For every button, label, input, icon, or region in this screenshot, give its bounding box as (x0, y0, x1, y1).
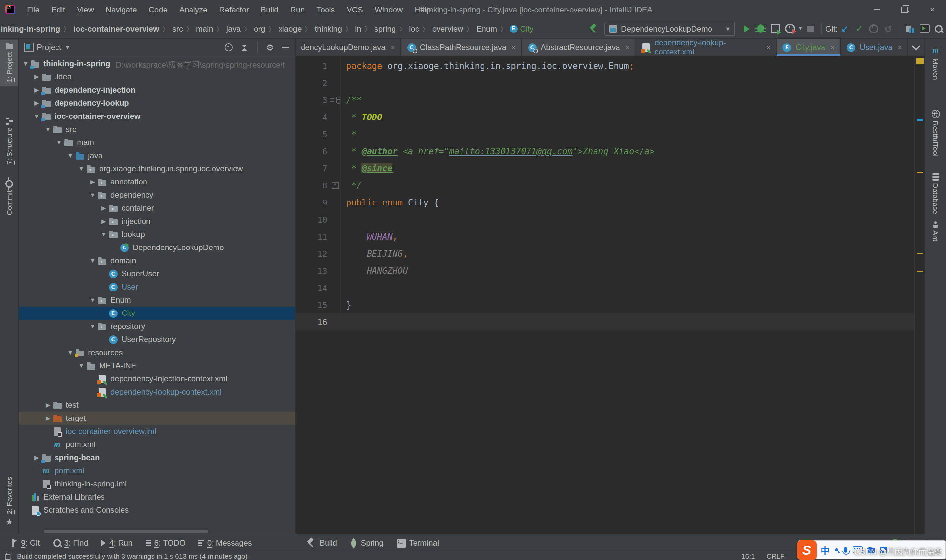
locate-file-icon[interactable] (222, 41, 235, 54)
coverage-button[interactable] (768, 22, 783, 35)
ime-language-mode[interactable]: 中 (821, 543, 830, 556)
tree-row[interactable]: mpom.xml (19, 464, 295, 477)
run-button[interactable] (740, 22, 754, 35)
keyboard-icon[interactable] (853, 546, 863, 554)
git-update-button[interactable]: ↙ (838, 22, 852, 35)
tree-expand-arrow[interactable]: ▶ (33, 100, 41, 106)
sidebar-tab-database[interactable]: Database (925, 173, 946, 214)
build-hammer-icon[interactable] (586, 22, 601, 35)
menu-view[interactable]: View (72, 3, 99, 16)
tree-row[interactable]: ▶spring-bean (19, 451, 295, 464)
sidebar-tab-favorites[interactable]: 2: Favorites ★ (0, 476, 18, 526)
sidebar-tab-ant[interactable]: Ant (925, 221, 946, 241)
editor-tab[interactable]: ECity.java× (777, 39, 841, 56)
tree-expand-arrow[interactable]: ▶ (100, 218, 108, 225)
tool-button-messages[interactable]: 0: Messages (193, 534, 258, 551)
tree-expand-arrow[interactable]: ▶ (33, 454, 41, 461)
sidebar-tab-structure[interactable]: 7: Structure (0, 117, 18, 165)
tree-row[interactable]: ▼META-INF (19, 359, 295, 372)
breadcrumb-item[interactable]: spring (374, 24, 396, 33)
breadcrumb-item[interactable]: inking-in-spring (0, 24, 61, 33)
tree-row[interactable]: dependency-injection-context.xml (19, 372, 295, 385)
line-separator[interactable]: CRLF (767, 552, 785, 560)
tree-row[interactable]: ▼src (19, 123, 295, 136)
tree-row[interactable]: CUser (19, 280, 295, 294)
tree-row[interactable]: ▼lookup (19, 228, 295, 241)
tree-row[interactable]: ▶injection (19, 215, 295, 228)
hide-panel-icon[interactable] (279, 41, 292, 54)
stripe-warning-mark[interactable] (917, 253, 923, 254)
tree-row[interactable]: ▼dependency (19, 188, 295, 202)
tree-row[interactable]: ▼repository (19, 320, 295, 333)
close-icon[interactable]: × (766, 43, 770, 51)
restore-button[interactable] (891, 0, 918, 19)
debug-button[interactable] (754, 22, 768, 35)
tree-row[interactable]: ECity (19, 306, 295, 320)
tree-row[interactable]: ▼resources (19, 346, 295, 359)
tree-row[interactable]: ▶.idea (19, 70, 295, 83)
error-stripe-scrollbar[interactable] (914, 57, 924, 534)
tool-button-build[interactable]: Build (300, 534, 343, 551)
tree-row[interactable]: ▼thinking-in-springD:\worksprace\极客学习\sp… (19, 57, 295, 70)
editor-tab[interactable]: CClassPathResource.java× (401, 39, 522, 56)
editor-tab[interactable]: dencyLookupDemo.java× (296, 39, 401, 56)
close-icon[interactable]: × (898, 43, 902, 51)
tree-row[interactable]: ▼ioc-container-overview (19, 110, 295, 123)
tree-collapse-arrow[interactable]: ▼ (44, 126, 52, 132)
search-everywhere-icon[interactable] (932, 22, 946, 35)
tree-row[interactable]: ▼Enum (19, 294, 295, 306)
menu-run[interactable]: Run (285, 3, 310, 16)
horizontal-scrollbar[interactable] (44, 530, 208, 533)
menu-tools[interactable]: Tools (311, 3, 340, 16)
tree-row[interactable]: dependency-lookup-context.xml (19, 385, 295, 398)
breadcrumb-item[interactable]: xiaoge (278, 24, 302, 33)
caret-position[interactable]: 16:1 (741, 552, 755, 560)
run-anything-icon[interactable] (917, 22, 932, 35)
tree-row[interactable]: ▶test (19, 398, 295, 412)
tree-collapse-arrow[interactable]: ▼ (89, 257, 97, 264)
collapse-all-icon[interactable] (238, 41, 251, 54)
close-icon[interactable]: × (512, 43, 516, 51)
editor-tab[interactable]: CUser.java× (841, 39, 908, 56)
tree-expand-arrow[interactable]: ▶ (33, 74, 41, 80)
tree-collapse-arrow[interactable]: ▼ (89, 297, 97, 303)
breadcrumb-item[interactable]: overview (431, 24, 464, 33)
editor-tab[interactable]: CAbstractResource.java× (522, 39, 635, 56)
tree-row[interactable]: thinking-in-spring.iml (19, 477, 295, 491)
breadcrumb-item[interactable]: org (253, 24, 266, 33)
tree-row[interactable]: ▼domain (19, 254, 295, 267)
tree-row[interactable]: CDependencyLookupDemo (19, 241, 295, 254)
breadcrumb-class-item[interactable]: ECity (510, 24, 533, 33)
tree-row[interactable]: ▶target (19, 412, 295, 425)
tree-collapse-arrow[interactable]: ▼ (66, 152, 74, 159)
tree-row[interactable]: ▶container (19, 202, 295, 215)
tree-collapse-arrow[interactable]: ▼ (77, 165, 85, 172)
menu-vcs[interactable]: VCS (342, 3, 368, 16)
hidden-tabs-dropdown[interactable] (908, 39, 924, 56)
tool-button-terminal[interactable]: Terminal (391, 534, 445, 551)
tree-collapse-arrow[interactable]: ▼ (100, 231, 108, 238)
breadcrumb-item[interactable]: main (196, 24, 214, 33)
menu-code[interactable]: Code (143, 3, 173, 16)
menu-window[interactable]: Window (370, 3, 408, 16)
sidebar-tab-commit[interactable]: Commit (0, 180, 18, 215)
tree-row[interactable]: ▶annotation (19, 175, 295, 188)
close-icon[interactable]: × (830, 43, 835, 51)
toolbox-icon[interactable] (880, 546, 887, 553)
profiler-button[interactable] (783, 22, 797, 35)
tree-collapse-arrow[interactable]: ▼ (66, 349, 74, 356)
breadcrumb-item[interactable]: java (226, 24, 242, 33)
tree-row[interactable]: ioc-container-overview.iml (19, 425, 295, 438)
tree-row[interactable]: CUserRepository (19, 333, 295, 346)
tree-expand-arrow[interactable]: ▶ (100, 205, 108, 211)
tree-collapse-arrow[interactable]: ▼ (22, 60, 29, 67)
menu-file[interactable]: File (22, 3, 45, 16)
tree-collapse-arrow[interactable]: ▼ (89, 192, 97, 198)
stripe-warning-mark[interactable] (917, 271, 923, 272)
breadcrumb-item[interactable]: in (354, 24, 362, 33)
tree-collapse-arrow[interactable]: ▼ (55, 139, 63, 146)
tree-expand-arrow[interactable]: ▶ (44, 415, 52, 422)
tree-row[interactable]: Scratches and Consoles (19, 503, 295, 517)
editor-tab[interactable]: dependency-lookup-context.xml× (635, 39, 777, 56)
breadcrumb-item[interactable]: Enum (476, 24, 498, 33)
